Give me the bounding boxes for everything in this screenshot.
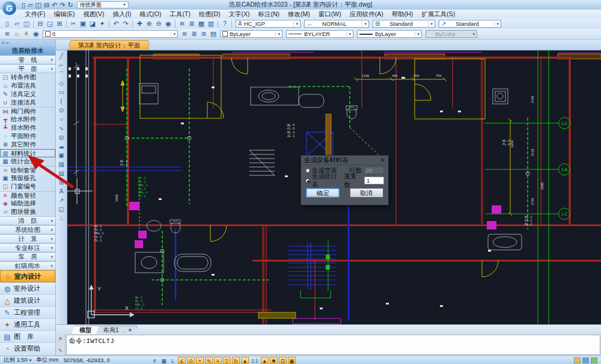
- app-logo-icon[interactable]: G: [2, 1, 17, 16]
- polar-icon[interactable]: ∠: [178, 357, 186, 364]
- text-style-combo[interactable]: A HC_IGP ▾: [236, 20, 300, 28]
- drawing-tab[interactable]: 第3课 室内设计：平面: [69, 40, 150, 50]
- sidebar-item-13[interactable]: ≍绘制套管: [0, 166, 55, 174]
- clean-screen-icon[interactable]: [574, 357, 581, 363]
- help-icon[interactable]: ?: [220, 19, 230, 28]
- preview-icon[interactable]: ◲: [45, 19, 55, 28]
- perf-icon[interactable]: [582, 357, 589, 363]
- cycle-icon[interactable]: ↻: [232, 357, 240, 364]
- layer-isolate-icon[interactable]: ≊: [199, 29, 209, 38]
- cloud-icon[interactable]: ☁: [57, 142, 66, 151]
- sidebar-group-20[interactable]: 系统绘图▾: [0, 225, 55, 234]
- lineweight-combo[interactable]: ByLayer ▾: [357, 30, 422, 38]
- sidebar-group-22[interactable]: 专业标注▾: [0, 243, 55, 252]
- layer-states-icon[interactable]: ≣: [187, 19, 197, 28]
- point-icon[interactable]: ∴: [57, 214, 66, 223]
- anno-vis-icon[interactable]: ✱: [270, 357, 278, 364]
- grid-icon[interactable]: #: [151, 357, 159, 364]
- layer-group-icon[interactable]: ≋: [2, 29, 12, 38]
- menu-item-13[interactable]: 扩展工具(S): [417, 10, 459, 19]
- anno-auto-icon[interactable]: ▲: [261, 357, 269, 364]
- sidebar-item-4[interactable]: ✎洁具定义: [0, 90, 55, 99]
- sidebar-group-0[interactable]: 管 线▾: [0, 55, 55, 64]
- linetype-combo[interactable]: BYLAYER ▾: [286, 30, 353, 38]
- sidebar-item-15[interactable]: ◫门窗编号: [0, 183, 55, 191]
- sidebar-item-7[interactable]: ┳给水附件: [0, 115, 55, 124]
- repeat-input[interactable]: 1: [364, 177, 384, 184]
- ortho-icon[interactable]: L: [169, 357, 177, 364]
- layers-icon[interactable]: ≋: [177, 19, 187, 28]
- annotation-icon[interactable]: ▲: [241, 357, 249, 364]
- scale-selector[interactable]: 比例 1:50 ▾: [4, 356, 31, 364]
- layer-translate-icon[interactable]: ▤: [209, 29, 218, 38]
- sidebar-item-14[interactable]: ▣预留板孔: [0, 174, 55, 183]
- radio-generate-stats-table[interactable]: [305, 178, 310, 183]
- image-icon[interactable]: ▤: [57, 169, 66, 178]
- sidebar-group-21[interactable]: 计 算▾: [0, 234, 55, 243]
- sidebar-group-24[interactable]: 虹吸雨水▾: [0, 261, 55, 270]
- donut-icon[interactable]: ◎: [57, 133, 66, 142]
- rectangle-icon[interactable]: ▭: [57, 88, 66, 97]
- menu-item-7[interactable]: 文字(X): [225, 10, 254, 19]
- snap-icon[interactable]: ▦: [160, 357, 168, 364]
- panel-grip[interactable]: ≡ ≈: [0, 40, 55, 46]
- match-icon[interactable]: ✦: [97, 19, 107, 28]
- menu-item-5[interactable]: 工具(T): [166, 10, 195, 19]
- arc-icon[interactable]: ⌒: [57, 70, 66, 79]
- color-combo[interactable]: ByLayer ▾: [220, 30, 282, 38]
- table-icon[interactable]: ⊞: [57, 178, 66, 187]
- menu-item-8[interactable]: 标注(N): [254, 10, 284, 19]
- module-1[interactable]: ◍室外设计: [0, 282, 55, 294]
- plot-icon[interactable]: ⊞: [55, 19, 64, 28]
- fullscreen-icon[interactable]: [591, 357, 597, 363]
- drawing-canvas[interactable]: Y X WL-1FL-1KHL-1CL-1CHL-1FL-1WL-1FL-1RH…: [67, 50, 601, 324]
- sidebar-item-16[interactable]: ≡颜色管径: [0, 191, 55, 199]
- sidebar-item-2[interactable]: ◳转条件图: [0, 73, 55, 82]
- menu-item-1[interactable]: 编辑(E): [49, 10, 79, 19]
- ellipse-icon[interactable]: ○: [57, 115, 66, 124]
- cancel-button[interactable]: 取消: [350, 188, 383, 198]
- table-style-combo[interactable]: ⊞ Standard ▾: [373, 20, 435, 28]
- menu-item-12[interactable]: 帮助(H): [388, 10, 418, 19]
- model-tab[interactable]: 模型: [72, 326, 99, 334]
- layer-combo[interactable]: 0 ▾: [43, 30, 178, 38]
- zoom-in-icon[interactable]: ⊕: [144, 19, 154, 28]
- open-file-icon[interactable]: ▱: [12, 19, 22, 28]
- module-6[interactable]: ◔设置帮助: [0, 342, 55, 354]
- layer-prev-icon[interactable]: ≋: [180, 29, 189, 38]
- zoom-ext-icon[interactable]: ◉: [163, 19, 173, 28]
- dialog-titlebar[interactable]: 生成设备材料表 ✕: [301, 156, 388, 165]
- edit-command-icon[interactable]: ✎: [58, 348, 63, 354]
- leader-icon[interactable]: ↗: [57, 196, 66, 205]
- spline-icon[interactable]: ∿: [57, 124, 66, 133]
- osnap-icon[interactable]: ⊙: [187, 357, 195, 364]
- paste-icon[interactable]: ◪: [88, 19, 97, 28]
- sidebar-group-19[interactable]: 消 防▾: [0, 216, 55, 225]
- sidebar-item-8[interactable]: ┻排水附件: [0, 124, 55, 132]
- dyn-input-icon[interactable]: ✎: [205, 357, 213, 364]
- new-file-icon[interactable]: ▯: [2, 19, 12, 28]
- menu-item-0[interactable]: 文件(F): [20, 10, 49, 19]
- menu-item-2[interactable]: 视图(V): [79, 10, 108, 19]
- toolbox-icon[interactable]: ▦: [197, 19, 206, 28]
- layout1-tab[interactable]: 布局1: [96, 326, 127, 334]
- save-icon[interactable]: ◫: [22, 19, 31, 28]
- menu-item-9[interactable]: 修改(M): [284, 10, 314, 19]
- sidebar-item-11[interactable]: ▥材料统计: [0, 149, 55, 157]
- block-icon[interactable]: ▣: [57, 151, 66, 160]
- module-4[interactable]: ✦通用工具: [0, 318, 55, 330]
- close-icon[interactable]: ✕: [380, 157, 385, 163]
- menu-item-11[interactable]: 应用软件(A): [346, 10, 388, 19]
- sidebar-item-18[interactable]: ▱图块替换: [0, 208, 55, 216]
- quickprop-icon[interactable]: ▣: [288, 357, 296, 364]
- sidebar-group-1[interactable]: 平 面▾: [0, 64, 55, 73]
- transparency-icon[interactable]: ▽: [223, 357, 231, 364]
- undo-icon[interactable]: ↶: [111, 19, 121, 28]
- lock-icon[interactable]: ◉: [31, 29, 41, 38]
- cut-icon[interactable]: ✂: [69, 19, 78, 28]
- region-icon[interactable]: ◱: [57, 205, 66, 214]
- redo-icon[interactable]: ↷: [121, 19, 130, 28]
- sidebar-item-12[interactable]: ▦统计合并: [0, 157, 55, 166]
- bulb-icon[interactable]: ☼: [12, 29, 22, 38]
- circle-icon[interactable]: ⊙: [57, 106, 66, 115]
